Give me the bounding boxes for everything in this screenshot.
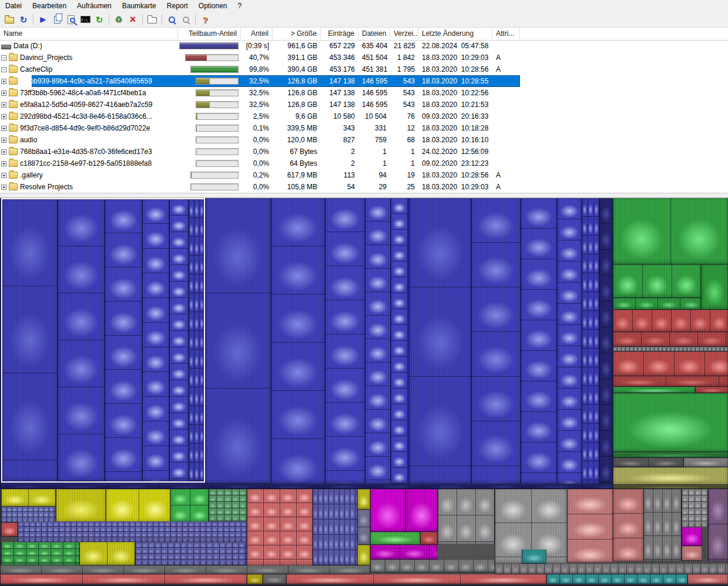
column-header-name[interactable]: Name [0,28,178,39]
collapse-icon[interactable]: - [1,55,6,61]
table-row[interactable]: Data (D:)[0:39 s]961,6 GB657 229635 4042… [0,40,728,52]
treemap-rect[interactable] [613,467,728,485]
treemap-rect[interactable] [170,489,209,523]
treemap-rect[interactable] [613,387,695,393]
new-folder-button[interactable] [145,13,159,26]
column-header-attribute[interactable]: Attri... [492,28,520,39]
expand-icon[interactable]: + [1,161,6,166]
treemap-rect[interactable] [613,298,701,310]
collapse-icon[interactable]: - [1,67,6,72]
treemap-rect[interactable] [613,332,728,347]
treemap-rect[interactable] [1,542,79,565]
treemap-rect[interactable] [682,527,702,546]
treemap-rect[interactable] [546,574,687,584]
menu-item-datei[interactable]: Datei [0,1,27,11]
expand-icon[interactable]: + [1,173,6,178]
menu-item-baumkarte[interactable]: Baumkarte [117,1,162,11]
treemap-rect[interactable] [370,489,405,532]
expand-icon[interactable]: + [1,138,6,143]
treemap-rect[interactable] [521,198,557,484]
treemap[interactable] [0,198,728,586]
treemap-rect[interactable] [56,489,106,523]
treemap-rect[interactable] [1,489,56,507]
treemap-rect[interactable] [409,198,471,484]
treemap-rect[interactable] [370,545,438,560]
treemap-rect[interactable] [286,574,546,584]
treemap-rect[interactable] [613,347,728,351]
table-row[interactable]: +c18871cc-2158-4e97-b129-5a051888efa80,0… [0,158,728,169]
treemap-rect[interactable] [682,489,708,527]
table-row[interactable]: +audio0,0%120,0 MB8277596818.03.2020 10:… [0,134,728,146]
table-row[interactable]: +f76bb939-89b4-4c9c-a521-7a854096565932,… [0,75,728,87]
treemap-rect[interactable] [701,264,728,310]
search-doc-button[interactable] [64,13,78,26]
menu-item-hilfe[interactable]: ? [233,1,247,11]
treemap-rect[interactable] [325,198,365,484]
treemap-rect[interactable] [106,489,170,523]
table-row[interactable]: +Resolve Projects0,0%105,8 MB54292518.03… [0,181,728,193]
column-header-eintraege[interactable]: Einträge [321,28,358,39]
treemap-rect[interactable] [2,199,58,481]
treemap-rect[interactable] [557,198,582,484]
treemap-rect[interactable] [613,351,728,376]
expand-icon[interactable]: + [1,149,6,155]
expand-icon[interactable]: + [1,114,6,119]
treemap-rect[interactable] [613,310,728,332]
treemap-rect[interactable] [582,198,599,484]
treemap-rect[interactable] [0,565,370,574]
zoom-in-button[interactable] [165,13,179,26]
refresh-button[interactable]: ↻ [92,13,106,26]
table-row[interactable]: +e5fa8a12-5d5d-4059-8627-416aeb7a2c5932,… [0,99,728,110]
treemap-rect[interactable] [0,484,613,489]
column-header-bar[interactable]: Teilbaum-Anteil [178,28,241,39]
help-button[interactable]: ? [198,13,212,26]
treemap-rect[interactable] [209,489,247,523]
treemap-rect[interactable] [0,574,247,584]
treemap-rect[interactable] [682,546,702,561]
treemap-rect[interactable] [247,489,313,565]
column-header-aenderung[interactable]: Letzte Änderung [418,28,492,39]
treemap-rect[interactable] [263,574,286,584]
treemap-rect[interactable] [1,507,56,523]
treemap-rect[interactable] [683,458,728,467]
play-button[interactable]: ▶ [36,13,50,26]
treemap-rect[interactable] [79,542,135,565]
treemap-rect[interactable] [205,198,271,484]
treemap-rect[interactable] [105,199,142,481]
treemap-rect[interactable] [613,452,728,458]
column-header-verzeichnisse[interactable]: Verzei... [390,28,418,39]
treemap-rect[interactable] [313,489,357,565]
treemap-rect[interactable] [599,198,613,484]
treemap-rect[interactable] [613,264,701,298]
table-row[interactable]: +.gallery0,2%617,9 MB113941918.03.2020 1… [0,169,728,181]
treemap-rect[interactable] [365,198,391,484]
treemap-rect[interactable] [567,489,613,562]
treemap-rect[interactable] [613,198,728,264]
expand-icon[interactable]: + [1,91,6,96]
treemap-rect[interactable] [613,393,728,452]
treemap-rect[interactable] [189,199,204,481]
table-row[interactable]: +292d98bd-4521-4c3d-8e46-6158a036c6...2,… [0,110,728,122]
menu-item-report[interactable]: Report [162,1,193,11]
treemap-rect[interactable] [247,574,263,584]
treemap-rect[interactable] [495,564,728,574]
table-row[interactable]: +9f3d7ce8-d854-4d9c-9ef0-b86d29d7022e0,1… [0,122,728,134]
console-button[interactable]: C:\ [78,13,92,26]
treemap-rect[interactable] [357,545,370,565]
treemap-rect[interactable] [1,523,18,537]
treemap-rect[interactable] [142,199,169,481]
treemap-rect[interactable] [613,489,643,561]
splitter[interactable] [0,193,728,198]
expand-icon[interactable]: + [1,79,6,84]
treemap-rect[interactable] [471,198,521,484]
zoom-out-button[interactable] [179,13,193,26]
treemap-rect[interactable] [708,489,728,561]
treemap-rect[interactable] [18,521,247,542]
delete-button[interactable]: × [126,13,140,26]
copy-button[interactable] [50,13,64,26]
expand-icon[interactable]: + [1,126,6,131]
treemap-rect[interactable] [169,199,189,481]
expand-icon[interactable]: + [1,185,6,190]
column-header-groesse[interactable]: > Größe [273,28,321,39]
treemap-rect[interactable] [643,489,682,561]
